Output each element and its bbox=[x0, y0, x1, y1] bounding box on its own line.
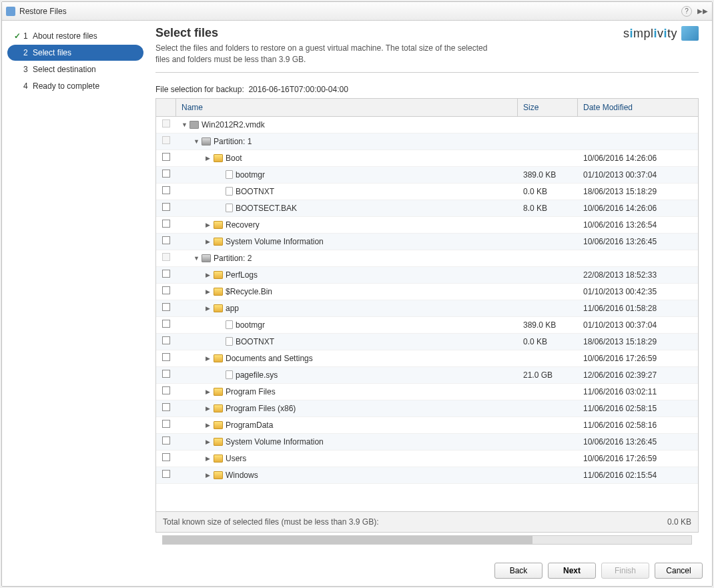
chevron-right-icon[interactable]: ▶ bbox=[206, 438, 212, 445]
row-name-cell[interactable]: ▶app bbox=[176, 304, 518, 313]
row-name-cell[interactable]: ▼Partition: 2 bbox=[176, 254, 518, 263]
chevron-right-icon[interactable]: ▶ bbox=[206, 272, 212, 278]
checkbox[interactable] bbox=[162, 186, 170, 194]
row-checkbox-cell[interactable] bbox=[156, 253, 176, 263]
table-row[interactable]: ▶ProgramData11/06/2016 02:58:16 bbox=[156, 417, 698, 434]
chevron-down-icon[interactable]: ▼ bbox=[194, 138, 200, 145]
row-name-cell[interactable]: ▶System Volume Information bbox=[176, 437, 518, 447]
cancel-button[interactable]: Cancel bbox=[655, 563, 703, 579]
table-row[interactable]: ▶System Volume Information10/06/2016 13:… bbox=[156, 234, 698, 250]
table-row[interactable]: pagefile.sys21.0 GB12/06/2016 02:39:27 bbox=[156, 367, 698, 384]
table-row[interactable]: ▶Users10/06/2016 17:26:59 bbox=[156, 451, 698, 467]
checkbox[interactable] bbox=[162, 320, 170, 328]
checkbox[interactable] bbox=[162, 270, 170, 278]
row-name-cell[interactable]: BOOTSECT.BAK bbox=[176, 204, 518, 213]
row-name-cell[interactable]: ▶Program Files (x86) bbox=[176, 404, 518, 413]
row-checkbox-cell[interactable] bbox=[156, 436, 176, 447]
row-name-cell[interactable]: ▶Users bbox=[176, 454, 518, 463]
step-select-destination[interactable]: 3 Select destination bbox=[7, 61, 143, 77]
checkbox[interactable] bbox=[162, 153, 170, 161]
chevron-right-icon[interactable]: ▶ bbox=[206, 355, 212, 362]
checkbox[interactable] bbox=[162, 286, 170, 294]
table-row[interactable]: BOOTNXT0.0 KB18/06/2013 15:18:29 bbox=[156, 334, 698, 350]
row-checkbox-cell[interactable] bbox=[156, 286, 176, 296]
chevron-right-icon[interactable]: ▶ bbox=[206, 305, 212, 312]
header-name[interactable]: Name bbox=[176, 99, 518, 116]
table-row[interactable]: ▶PerfLogs22/08/2013 18:52:33 bbox=[156, 267, 698, 284]
row-checkbox-cell[interactable] bbox=[156, 336, 176, 346]
table-row[interactable]: ▼Partition: 2 bbox=[156, 250, 698, 267]
table-row[interactable]: ▶Documents and Settings10/06/2016 17:26:… bbox=[156, 350, 698, 367]
back-button[interactable]: Back bbox=[494, 563, 543, 579]
row-name-cell[interactable]: BOOTNXT bbox=[176, 337, 518, 346]
row-checkbox-cell[interactable] bbox=[156, 453, 176, 463]
table-row[interactable]: ▶Program Files (x86)11/06/2016 02:58:15 bbox=[156, 400, 698, 417]
row-name-cell[interactable]: ▶Windows bbox=[176, 471, 518, 480]
row-checkbox-cell[interactable] bbox=[156, 320, 176, 330]
checkbox[interactable] bbox=[162, 170, 170, 178]
row-name-cell[interactable]: ▶Documents and Settings bbox=[176, 354, 518, 363]
row-checkbox-cell[interactable] bbox=[156, 203, 176, 213]
header-date[interactable]: Date Modified bbox=[578, 99, 698, 116]
help-icon[interactable]: ? bbox=[681, 6, 692, 17]
checkbox[interactable] bbox=[162, 353, 170, 361]
checkbox[interactable] bbox=[162, 236, 170, 244]
table-row[interactable]: ▶Boot10/06/2016 14:26:06 bbox=[156, 150, 698, 167]
checkbox[interactable] bbox=[162, 203, 170, 211]
horizontal-scrollbar[interactable] bbox=[162, 535, 692, 545]
table-row[interactable]: BOOTNXT0.0 KB18/06/2013 15:18:29 bbox=[156, 184, 698, 200]
row-name-cell[interactable]: pagefile.sys bbox=[176, 370, 518, 380]
row-name-cell[interactable]: ▶Recovery bbox=[176, 220, 518, 230]
table-row[interactable]: BOOTSECT.BAK8.0 KB10/06/2016 14:26:06 bbox=[156, 200, 698, 217]
row-name-cell[interactable]: ▼Partition: 1 bbox=[176, 137, 518, 146]
checkbox[interactable] bbox=[162, 470, 170, 478]
header-size[interactable]: Size bbox=[518, 99, 578, 116]
table-row[interactable]: ▶Windows11/06/2016 02:15:54 bbox=[156, 467, 698, 484]
chevron-right-icon[interactable]: ▶ bbox=[206, 288, 212, 295]
row-checkbox-cell[interactable] bbox=[156, 136, 176, 146]
table-row[interactable]: bootmgr389.0 KB01/10/2013 00:37:04 bbox=[156, 167, 698, 184]
row-checkbox-cell[interactable] bbox=[156, 170, 176, 180]
row-checkbox-cell[interactable] bbox=[156, 119, 176, 129]
row-name-cell[interactable]: ▶System Volume Information bbox=[176, 237, 518, 246]
table-row[interactable]: ▶Program Files11/06/2016 03:02:11 bbox=[156, 384, 698, 400]
row-name-cell[interactable]: ▶ProgramData bbox=[176, 420, 518, 430]
row-checkbox-cell[interactable] bbox=[156, 220, 176, 230]
table-row[interactable]: ▶Recovery10/06/2016 13:26:54 bbox=[156, 217, 698, 234]
row-name-cell[interactable]: ▼Win2012R2.vmdk bbox=[176, 120, 518, 129]
table-row[interactable]: ▼Partition: 1 bbox=[156, 133, 698, 150]
row-checkbox-cell[interactable] bbox=[156, 153, 176, 163]
checkbox[interactable] bbox=[162, 453, 170, 461]
chevron-right-icon[interactable]: ▶ bbox=[206, 222, 212, 228]
row-checkbox-cell[interactable] bbox=[156, 403, 176, 413]
table-row[interactable]: ▶System Volume Information10/06/2016 13:… bbox=[156, 434, 698, 451]
checkbox[interactable] bbox=[162, 303, 170, 311]
checkbox[interactable] bbox=[162, 220, 170, 228]
chevron-right-icon[interactable]: ▶ bbox=[206, 155, 212, 162]
row-name-cell[interactable]: ▶Program Files bbox=[176, 387, 518, 396]
row-checkbox-cell[interactable] bbox=[156, 303, 176, 313]
expand-icon[interactable]: ▶▶ bbox=[697, 7, 708, 15]
table-row[interactable]: ▶app11/06/2016 01:58:28 bbox=[156, 300, 698, 317]
row-name-cell[interactable]: BOOTNXT bbox=[176, 187, 518, 196]
checkbox[interactable] bbox=[162, 420, 170, 428]
checkbox[interactable] bbox=[162, 336, 170, 344]
chevron-right-icon[interactable]: ▶ bbox=[206, 472, 212, 479]
row-checkbox-cell[interactable] bbox=[156, 420, 176, 430]
chevron-right-icon[interactable]: ▶ bbox=[206, 388, 212, 395]
row-checkbox-cell[interactable] bbox=[156, 270, 176, 280]
next-button[interactable]: Next bbox=[548, 563, 596, 579]
table-row[interactable]: bootmgr389.0 KB01/10/2013 00:37:04 bbox=[156, 317, 698, 334]
row-name-cell[interactable]: ▶$Recycle.Bin bbox=[176, 287, 518, 296]
checkbox[interactable] bbox=[162, 370, 170, 378]
checkbox[interactable] bbox=[162, 386, 170, 394]
chevron-right-icon[interactable]: ▶ bbox=[206, 455, 212, 462]
step-about[interactable]: ✓ 1 About restore files bbox=[7, 28, 143, 44]
row-name-cell[interactable]: bootmgr bbox=[176, 320, 518, 330]
scrollbar-thumb[interactable] bbox=[163, 536, 532, 544]
row-checkbox-cell[interactable] bbox=[156, 386, 176, 396]
chevron-down-icon[interactable]: ▼ bbox=[194, 255, 200, 262]
row-checkbox-cell[interactable] bbox=[156, 186, 176, 196]
checkbox[interactable] bbox=[162, 403, 170, 411]
row-checkbox-cell[interactable] bbox=[156, 236, 176, 246]
